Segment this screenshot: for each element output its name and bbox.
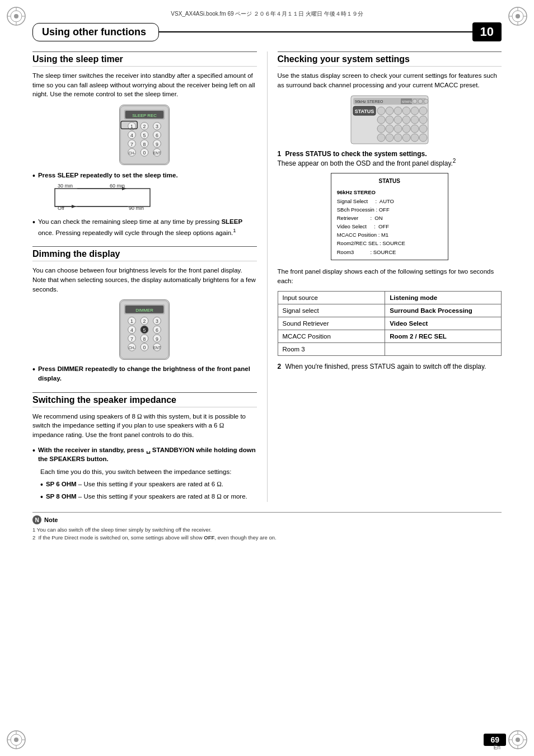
- status-text-box: STATUS 96kHz STEREO Signal Select : AUTO…: [331, 173, 448, 260]
- sp6-bullet: • SP 6 OHM – Use this setting if your sp…: [40, 480, 257, 490]
- status-row-0: 96kHz STEREO: [337, 188, 442, 196]
- sleep-timer-body: The sleep timer switches the receiver in…: [32, 71, 257, 99]
- dimming-bullet-text: Press DIMMER repeatedly to change the br…: [38, 364, 257, 383]
- corner-decoration-br: [507, 729, 528, 750]
- sleep-bullet1: • Press SLEEP repeatedly to set the slee…: [32, 171, 257, 181]
- svg-point-106: [377, 107, 385, 115]
- svg-point-124: [377, 134, 385, 142]
- svg-text:9: 9: [156, 336, 158, 342]
- speaker-impedance-title: Switching the speaker impedance: [32, 395, 176, 405]
- table-cell: Listening mode: [385, 292, 502, 304]
- step1: 1 Press STATUS to check the system setti…: [278, 150, 502, 167]
- step1-sub: These appear on both the OSD and the fro…: [278, 159, 456, 167]
- table-cell: MCACC Position: [278, 330, 385, 343]
- speaker-bullet: • With the receiver in standby, press ␣ …: [32, 445, 257, 464]
- svg-point-116: [411, 116, 419, 124]
- chapter-line: [158, 31, 474, 32]
- system-settings-body: Use the status display screen to check y…: [278, 71, 502, 90]
- svg-text:8: 8: [143, 336, 146, 342]
- svg-text:3: 3: [156, 319, 158, 325]
- info-table: Input source Listening mode Signal selec…: [278, 291, 502, 356]
- svg-text:7: 7: [130, 336, 133, 342]
- sleep-remote-image: SLEEP REC 1 2 3 4 5 6: [32, 105, 257, 165]
- svg-text:4: 4: [130, 133, 133, 138]
- table-cell: Room 3: [278, 343, 385, 356]
- svg-text:CH-: CH-: [129, 151, 135, 155]
- dimming-remote-image: DIMMER 1 2 3 4 5 6 7: [32, 299, 257, 360]
- note-item-1: 1 You can also switch off the sleep time…: [32, 526, 502, 534]
- sleep-diagram: 30 min 60 min Off 90 min: [44, 184, 257, 213]
- table-row: Signal select Surround Back Processing: [278, 304, 502, 317]
- table-cell: Surround Back Processing: [385, 304, 502, 317]
- svg-point-101: [413, 99, 417, 104]
- svg-point-129: [419, 134, 427, 142]
- svg-point-123: [419, 125, 427, 133]
- svg-text:DIMMER: DIMMER: [135, 308, 153, 313]
- status-row-1: Signal Select : AUTO: [337, 197, 442, 205]
- svg-point-23: [516, 738, 520, 742]
- svg-point-127: [402, 134, 410, 142]
- table-cell: [385, 343, 502, 356]
- svg-text:CH-: CH-: [129, 346, 135, 350]
- right-column: Checking your system settings Use the st…: [268, 51, 502, 502]
- table-row: Input source Listening mode: [278, 292, 502, 304]
- svg-text:ENT: ENT: [153, 346, 161, 350]
- svg-text:2: 2: [143, 124, 146, 129]
- svg-point-114: [394, 116, 402, 124]
- table-cell: Room 2 / REC SEL: [385, 330, 502, 343]
- svg-point-117: [419, 116, 427, 124]
- svg-text:STATUS: STATUS: [354, 109, 374, 114]
- svg-point-128: [411, 134, 419, 142]
- chapter-number: 10: [472, 22, 502, 41]
- below-status-text: The front panel display shows each of th…: [278, 267, 502, 285]
- dimming-bullet: • Press DIMMER repeatedly to change the …: [32, 364, 257, 383]
- speaker-bullet-text: With the receiver in standby, press ␣ ST…: [38, 445, 257, 464]
- dimming-section-header: Dimming the display: [32, 246, 257, 261]
- svg-point-126: [394, 134, 402, 142]
- svg-point-121: [402, 125, 410, 133]
- speaker-sub-body: Each time you do this, you switch betwee…: [40, 467, 257, 477]
- sleep-timer-title: Using the sleep timer: [32, 54, 123, 64]
- step1-text: Press STATUS to check the system setting…: [285, 150, 427, 158]
- svg-text:0: 0: [143, 345, 146, 351]
- svg-text:4: 4: [130, 327, 133, 333]
- svg-point-109: [402, 107, 410, 115]
- step2-number: 2: [278, 363, 282, 370]
- sleep-timer-section-header: Using the sleep timer: [32, 51, 257, 67]
- svg-marker-67: [72, 205, 76, 208]
- svg-point-108: [394, 107, 402, 115]
- sleep-bullet2-text: You can check the remaining sleep time a…: [38, 217, 257, 237]
- dimming-body: You can choose between four brightness l…: [32, 266, 257, 294]
- svg-text:0: 0: [143, 150, 146, 156]
- svg-text:6: 6: [156, 133, 158, 138]
- corner-decoration-tl: [6, 6, 27, 27]
- svg-text:5: 5: [143, 327, 146, 333]
- sleep-bullet1-text: Press SLEEP repeatedly to set the sleep …: [38, 171, 178, 180]
- svg-point-125: [386, 134, 394, 142]
- svg-text:8: 8: [143, 142, 146, 147]
- status-box-rows: 96kHz STEREO Signal Select : AUTO SBch P…: [337, 188, 442, 256]
- svg-text:ENT: ENT: [153, 151, 161, 155]
- system-settings-title: Checking your system settings: [278, 54, 410, 64]
- svg-point-9: [516, 14, 520, 18]
- step2-text: When you're finished, press STATUS again…: [285, 363, 486, 370]
- svg-point-103: [424, 99, 428, 104]
- svg-point-2: [14, 14, 18, 18]
- svg-text:96kHz  STEREO: 96kHz STEREO: [355, 100, 383, 104]
- table-row: MCACC Position Room 2 / REC SEL: [278, 330, 502, 343]
- svg-point-110: [411, 107, 419, 115]
- corner-decoration-tr: [507, 6, 528, 27]
- svg-point-118: [377, 125, 385, 133]
- status-box-title: STATUS: [337, 177, 442, 186]
- speaker-impedance-body: We recommend using speakers of 8 Ω with …: [32, 412, 257, 440]
- svg-point-120: [394, 125, 402, 133]
- svg-text:9: 9: [156, 142, 158, 147]
- chapter-header: Using other functions 10: [32, 22, 502, 41]
- note-item-2: 2 If the Pure Direct mode is switched on…: [32, 534, 502, 542]
- svg-point-102: [418, 99, 423, 104]
- page: VSX_AX4ASi.book.fm 69 ページ ２０６年４月１１日 火曜日 …: [0, 0, 534, 756]
- svg-text:1: 1: [130, 319, 133, 325]
- svg-text:5: 5: [143, 133, 146, 138]
- left-column: Using the sleep timer The sleep timer sw…: [32, 51, 268, 502]
- table-cell: Video Select: [385, 317, 502, 330]
